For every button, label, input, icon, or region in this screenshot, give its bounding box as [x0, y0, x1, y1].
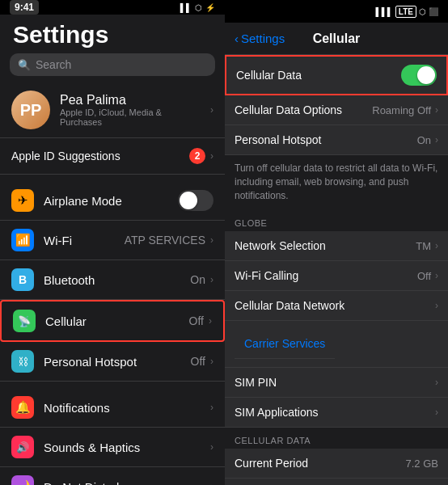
wifi-label: Wi-Fi — [44, 234, 72, 247]
sim-pin-label: SIM PIN — [235, 376, 277, 389]
dnd-chevron: › — [210, 481, 213, 485]
dnd-label: Do Not Disturb — [44, 480, 123, 486]
profile-chevron: › — [210, 104, 213, 116]
hotspot-chevron: › — [210, 356, 213, 367]
cellular-data-options-row[interactable]: Cellular Data Options Roaming Off › — [225, 95, 448, 125]
current-period-value: 7.2 GB — [406, 458, 438, 470]
apple-id-suggestions[interactable]: Apple ID Suggestions 2 › — [0, 138, 225, 175]
lte-badge: LTE — [395, 6, 416, 18]
bluetooth-value: On — [190, 273, 205, 286]
profile-name: Pea Palima — [60, 93, 201, 108]
current-period-roaming-row: Current Period Roaming 0 bytes — [225, 479, 448, 485]
sidebar-item-cellular[interactable]: 📡 Cellular Off › — [0, 300, 225, 342]
network-selection-label: Network Selection — [235, 239, 326, 252]
cellular-data-options-chevron: › — [435, 104, 438, 116]
search-icon: 🔍 — [18, 59, 31, 71]
carrier-services-label[interactable]: Carrier Services — [235, 329, 335, 359]
carrier-services-row[interactable]: Carrier Services — [225, 321, 448, 368]
sidebar-item-wifi[interactable]: 📶 Wi-Fi ATP SERVICES › — [0, 221, 225, 260]
hotspot-label: Personal Hotspot — [44, 355, 137, 369]
cellular-data-options-label: Cellular Data Options — [235, 103, 342, 116]
profile-info: Pea Palima Apple ID, iCloud, Media & Pur… — [60, 93, 201, 127]
airplane-label: Airplane Mode — [44, 194, 122, 208]
hotspot-icon: ⛓ — [11, 350, 34, 373]
status-icons-right: ▌▌▌ LTE ⬡ ⬛ — [376, 6, 438, 18]
right-panel: ▌▌▌ LTE ⬡ ⬛ ‹ Settings Cellular Cellular… — [225, 0, 448, 485]
cellular-data-row[interactable]: Cellular Data — [225, 55, 448, 95]
cellular-settings-content: Cellular Data Cellular Data Options Roam… — [225, 55, 448, 485]
cellular-data-section-header: CELLULAR DATA — [225, 428, 448, 449]
cellular-icon: 📡 — [13, 310, 36, 332]
left-panel: 9:41 ▌▌ ⬡ ⚡ Settings 🔍 Search PP Pea Pal… — [0, 0, 225, 485]
cellular-data-label: Cellular Data — [236, 69, 302, 82]
back-button[interactable]: ‹ Settings — [235, 32, 285, 45]
settings-group-network: ✈ Airplane Mode 📶 Wi-Fi ATP SERVICES › B… — [0, 181, 225, 382]
suggestions-badge: 2 — [189, 148, 205, 164]
status-icons-left: ▌▌ ⬡ ⚡ — [180, 3, 215, 12]
notifications-icon: 🔔 — [11, 396, 34, 419]
bluetooth-chevron: › — [210, 274, 213, 285]
status-bar-left: 9:41 ▌▌ ⬡ ⚡ — [0, 0, 225, 15]
sim-applications-row[interactable]: SIM Applications › — [225, 398, 448, 428]
search-bar[interactable]: 🔍 Search — [10, 53, 215, 76]
airplane-icon: ✈ — [11, 189, 34, 212]
battery-icon: ⬛ — [429, 7, 438, 16]
settings-title: Settings — [0, 15, 225, 53]
sim-pin-chevron: › — [435, 377, 438, 388]
wifi-calling-label: Wi-Fi Calling — [235, 269, 298, 282]
sidebar-item-hotspot[interactable]: ⛓ Personal Hotspot Off › — [0, 342, 225, 382]
search-placeholder: Search — [36, 58, 71, 71]
sidebar-item-dnd[interactable]: 🌙 Do Not Disturb › — [0, 467, 225, 485]
personal-hotspot-chevron: › — [435, 134, 438, 146]
sidebar-item-sounds[interactable]: 🔊 Sounds & Haptics › — [0, 428, 225, 467]
cellular-data-network-chevron: › — [435, 300, 438, 311]
sim-pin-row[interactable]: SIM PIN › — [225, 368, 448, 398]
notifications-label: Notifications — [44, 401, 110, 415]
settings-group-system: 🔔 Notifications › 🔊 Sounds & Haptics › 🌙… — [0, 388, 225, 485]
wifi-calling-chevron: › — [435, 270, 438, 281]
notifications-chevron: › — [210, 402, 213, 413]
cellular-label: Cellular — [45, 314, 87, 328]
wifi-icon: 📶 — [11, 229, 34, 251]
profile-subtitle: Apple ID, iCloud, Media & Purchases — [60, 108, 201, 127]
network-selection-chevron: › — [435, 240, 438, 251]
personal-hotspot-label: Personal Hotspot — [235, 133, 321, 146]
wifi-value: ATP SERVICES — [125, 234, 205, 247]
sidebar-item-notifications[interactable]: 🔔 Notifications › — [0, 388, 225, 428]
wifi-calling-value: Off — [417, 270, 431, 282]
network-selection-value: TM — [416, 240, 431, 252]
cellular-data-toggle[interactable] — [401, 65, 437, 86]
sidebar-item-airplane[interactable]: ✈ Airplane Mode — [0, 181, 225, 221]
sim-applications-chevron: › — [435, 407, 438, 418]
suggestions-label: Apple ID Suggestions — [11, 150, 120, 162]
cellular-data-options-value: Roaming Off — [372, 104, 431, 116]
sidebar-item-bluetooth[interactable]: B Bluetooth On › — [0, 260, 225, 300]
nav-title: Cellular — [313, 32, 361, 46]
personal-hotspot-value: On — [417, 134, 431, 146]
wifi-calling-row[interactable]: Wi-Fi Calling Off › — [225, 261, 448, 291]
nav-bar: ‹ Settings Cellular — [225, 23, 448, 55]
back-chevron-icon: ‹ — [235, 32, 239, 45]
bluetooth-icon: B — [11, 268, 34, 291]
airplane-toggle[interactable] — [178, 190, 213, 211]
personal-hotspot-row[interactable]: Personal Hotspot On › — [225, 125, 448, 155]
sim-applications-label: SIM Applications — [235, 406, 319, 419]
cellular-data-network-row[interactable]: Cellular Data Network › — [225, 291, 448, 321]
current-period-row: Current Period 7.2 GB — [225, 449, 448, 479]
cellular-data-network-label: Cellular Data Network — [235, 299, 344, 312]
sounds-icon: 🔊 — [11, 436, 34, 458]
current-period-label: Current Period — [235, 457, 308, 470]
wifi-chevron: › — [210, 234, 213, 246]
cellular-value: Off — [189, 314, 204, 327]
back-label: Settings — [241, 32, 285, 45]
dnd-icon: 🌙 — [11, 475, 34, 485]
sounds-label: Sounds & Haptics — [44, 441, 140, 454]
globe-section-header: GLOBE — [225, 209, 448, 231]
signal-bars: ▌▌▌ — [376, 7, 393, 16]
bluetooth-label: Bluetooth — [44, 273, 95, 287]
sounds-chevron: › — [210, 441, 213, 453]
network-selection-row[interactable]: Network Selection TM › — [225, 231, 448, 261]
status-time: 9:41 — [10, 0, 39, 15]
cellular-chevron: › — [209, 315, 212, 327]
profile-row[interactable]: PP Pea Palima Apple ID, iCloud, Media & … — [0, 82, 225, 138]
